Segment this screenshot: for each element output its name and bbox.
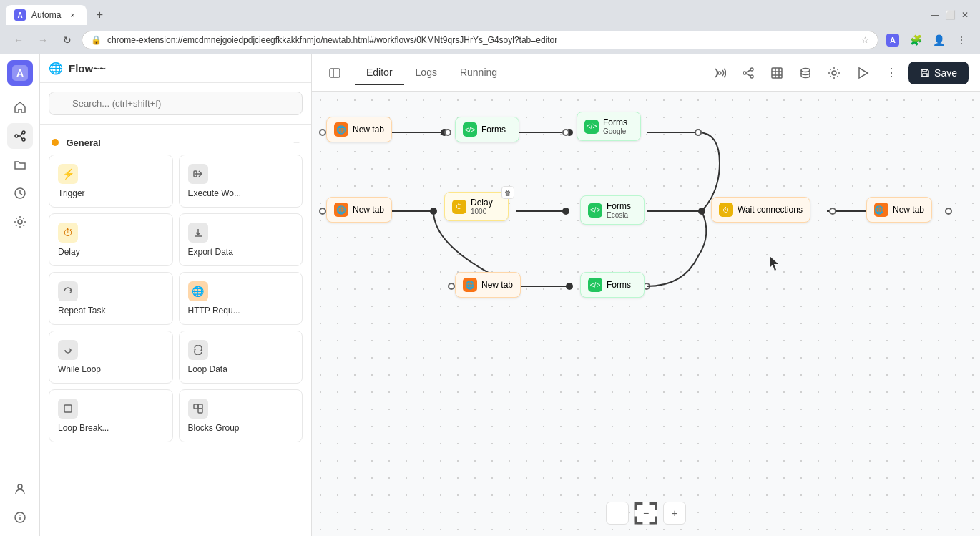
- svg-point-37: [430, 208, 437, 215]
- delay-label: Delay: [471, 198, 493, 208]
- run-icon-btn[interactable]: [851, 62, 874, 84]
- node-wait-connections[interactable]: ⏱ Wait connections: [711, 197, 810, 223]
- tab-logs[interactable]: Logs: [404, 61, 449, 85]
- blocks-panel: 🌐 Flow~~ 🔍 General − ⚡ Trigger: [40, 54, 312, 536]
- svg-rect-18: [330, 69, 340, 77]
- maximize-btn[interactable]: ⬜: [945, 10, 956, 20]
- search-input[interactable]: [49, 92, 303, 115]
- node-forms-1[interactable]: </> Forms: [455, 117, 519, 142]
- block-execute-workflow[interactable]: Execute Wo...: [179, 155, 303, 208]
- svg-point-34: [563, 130, 569, 135]
- sidebar-item-history[interactable]: [7, 180, 33, 206]
- more-options-btn[interactable]: ⋮: [880, 62, 903, 84]
- category-label: General: [66, 137, 100, 148]
- address-bar[interactable]: 🔒 chrome-extension://emcdmnejgoiedpdjcie…: [82, 31, 878, 49]
- zoom-in-btn[interactable]: +: [663, 502, 686, 525]
- share-icon-btn[interactable]: [737, 62, 760, 84]
- svg-point-19: [750, 68, 753, 71]
- sidebar-toggle-btn[interactable]: [323, 62, 346, 84]
- svg-point-24: [832, 71, 836, 75]
- expand-btn[interactable]: [606, 502, 629, 525]
- tab-editor[interactable]: Editor: [355, 61, 404, 85]
- forms-ecosia-text: Forms Ecosia: [607, 201, 631, 219]
- svg-point-43: [830, 208, 836, 214]
- svg-marker-25: [859, 68, 868, 78]
- browser-controls: ← → ↻ 🔒 chrome-extension://emcdmnejgoied…: [0, 26, 980, 54]
- block-loop-data[interactable]: Loop Data: [179, 331, 303, 384]
- svg-text:A: A: [890, 36, 896, 44]
- block-blocks-group[interactable]: Blocks Group: [179, 389, 303, 442]
- workflow-inner: 🌐 New tab </> Forms </>: [312, 92, 980, 536]
- more-options-btn[interactable]: ⋮: [951, 30, 971, 50]
- node-forms-ecosia[interactable]: </> Forms Ecosia: [580, 195, 645, 225]
- forms-ecosia-sublabel: Ecosia: [607, 211, 631, 219]
- repeat-task-icon: [58, 281, 78, 301]
- block-http-request[interactable]: 🌐 HTTP Requ...: [179, 272, 303, 325]
- browser-chrome: A Automa × + — ⬜ ✕ ← → ↻ 🔒 chrome-extens…: [0, 0, 980, 54]
- new-tab-3-icon: 🌐: [874, 203, 888, 217]
- sidebar-item-users[interactable]: [7, 476, 33, 502]
- close-btn[interactable]: ✕: [961, 10, 969, 20]
- extensions-icon[interactable]: 🧩: [906, 30, 926, 50]
- svg-point-35: [695, 130, 701, 135]
- automa-ext-icon[interactable]: A: [883, 30, 903, 50]
- delay-delete-btn[interactable]: 🗑: [501, 186, 514, 199]
- loop-break-icon: [58, 399, 78, 419]
- svg-point-52: [449, 283, 454, 289]
- profile-icon[interactable]: 👤: [928, 30, 949, 50]
- svg-rect-17: [198, 404, 202, 409]
- nav-back-btn[interactable]: ←: [9, 30, 29, 50]
- new-browser-tab-btn[interactable]: +: [89, 5, 109, 25]
- star-icon[interactable]: ☆: [861, 35, 869, 45]
- sidebar-item-settings[interactable]: [7, 209, 33, 235]
- svg-point-23: [801, 68, 810, 72]
- nav-forward-btn[interactable]: →: [33, 30, 53, 50]
- sidebar-item-home[interactable]: [7, 94, 33, 120]
- block-loop-break[interactable]: Loop Break...: [49, 389, 173, 442]
- sidebar-item-info[interactable]: [7, 505, 33, 530]
- block-repeat-task[interactable]: Repeat Task: [49, 272, 173, 325]
- table-icon-btn[interactable]: [765, 62, 788, 84]
- svg-point-39: [562, 208, 569, 215]
- forms-ecosia-icon: </>: [588, 203, 602, 218]
- database-icon-btn[interactable]: [794, 62, 817, 84]
- editor-toolbar: Editor Logs Running: [312, 54, 980, 92]
- svg-point-6: [15, 135, 18, 137]
- svg-text:A: A: [17, 11, 22, 19]
- sidebar-item-folders[interactable]: [7, 152, 33, 177]
- workflow-canvas[interactable]: 🌐 New tab </> Forms </>: [312, 92, 980, 536]
- node-forms-google[interactable]: </> Forms Google: [577, 112, 641, 141]
- node-delay[interactable]: ⏱ Delay 1000 🗑: [444, 192, 509, 221]
- svg-point-10: [18, 220, 22, 224]
- loop-break-label: Loop Break...: [58, 423, 109, 433]
- tab-running[interactable]: Running: [449, 61, 509, 85]
- block-delay[interactable]: ⏱ Delay: [49, 213, 173, 266]
- svg-rect-15: [194, 404, 198, 409]
- node-new-tab-3[interactable]: 🌐 New tab: [866, 197, 932, 223]
- save-button[interactable]: Save: [908, 62, 969, 84]
- node-forms-3[interactable]: </> Forms: [580, 272, 645, 298]
- broadcast-icon-btn[interactable]: [708, 62, 731, 84]
- node-new-tab-2[interactable]: 🌐 New tab: [326, 197, 392, 223]
- block-trigger[interactable]: ⚡ Trigger: [49, 155, 173, 208]
- minimize-btn[interactable]: —: [931, 10, 939, 20]
- browser-tab[interactable]: A Automa ×: [6, 5, 87, 25]
- nav-refresh-btn[interactable]: ↻: [57, 30, 77, 50]
- execute-workflow-label: Execute Wo...: [188, 188, 241, 198]
- svg-point-31: [566, 129, 573, 136]
- http-request-icon: 🌐: [188, 281, 208, 301]
- node-new-tab-4[interactable]: 🌐 New tab: [455, 272, 521, 298]
- node-new-tab-1[interactable]: 🌐 New tab: [326, 117, 392, 142]
- flow-title: Flow~~: [69, 62, 106, 74]
- category-collapse-btn[interactable]: −: [293, 136, 300, 149]
- http-request-label: HTTP Requ...: [188, 306, 240, 316]
- block-export-data[interactable]: Export Data: [179, 213, 303, 266]
- cursor-indicator: [770, 256, 781, 272]
- sidebar-item-workflows[interactable]: [7, 123, 33, 149]
- settings-icon-btn[interactable]: [823, 62, 846, 84]
- zoom-out-btn[interactable]: −: [634, 502, 657, 525]
- block-while-loop[interactable]: While Loop: [49, 331, 173, 384]
- forms-1-icon: </>: [463, 122, 477, 137]
- tab-close-btn[interactable]: ×: [67, 9, 78, 21]
- svg-point-21: [750, 75, 753, 78]
